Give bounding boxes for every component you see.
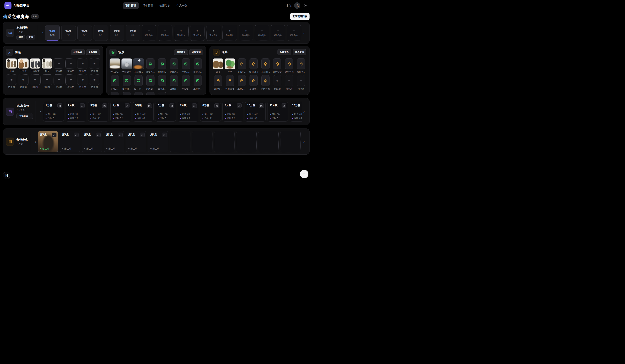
manage-scene-button[interactable]: 场景管理 <box>189 49 203 55</box>
prop-card[interactable] <box>285 58 293 69</box>
scene-card[interactable] <box>146 92 155 95</box>
episode-card[interactable]: 第1集 2/33 <box>45 25 60 41</box>
edit-button[interactable] <box>102 103 107 108</box>
add-prop-slot[interactable]: + <box>273 75 281 86</box>
add-episode-slot[interactable]: + 添加剧集 <box>206 25 221 41</box>
empty-composition-slot[interactable] <box>170 131 190 152</box>
prop-card[interactable] <box>224 58 235 69</box>
add-character-slot[interactable]: + <box>30 74 41 85</box>
chevron-right-icon[interactable]: › <box>302 30 306 35</box>
composition-card[interactable]: 第6集 未生成 <box>148 131 168 152</box>
character-card[interactable] <box>18 58 29 69</box>
chevron-right-icon[interactable]: › <box>302 139 306 144</box>
prop-card[interactable] <box>238 58 246 69</box>
add-character-slot[interactable]: + <box>77 58 88 69</box>
create-scene-button[interactable]: 创建场景 <box>174 49 188 55</box>
prop-card[interactable] <box>226 75 234 86</box>
edit-button[interactable] <box>259 103 264 108</box>
edit-button[interactable] <box>162 133 167 137</box>
edit-button[interactable] <box>52 133 57 137</box>
composition-card[interactable]: 第1集 已生成 <box>38 131 58 152</box>
composition-card[interactable]: 第4集 未生成 <box>104 131 124 152</box>
episode-card[interactable]: 第5集 0/0 <box>110 25 124 41</box>
scene-card[interactable] <box>109 58 120 69</box>
logout-button[interactable] <box>303 3 308 8</box>
edit-button[interactable] <box>80 103 85 108</box>
nav-item[interactable]: 个人中心 <box>174 2 190 9</box>
nav-item[interactable]: 使用记录 <box>157 2 173 9</box>
composition-card[interactable]: 第3集 未生成 <box>82 131 102 152</box>
add-episode-slot[interactable]: + 添加剧集 <box>174 25 188 41</box>
prop-card[interactable] <box>250 58 258 69</box>
edit-button[interactable] <box>125 103 129 108</box>
manage-episode-button[interactable]: 管理 <box>27 35 35 40</box>
manage-character-button[interactable]: 角色管理 <box>86 49 100 55</box>
add-character-slot[interactable]: + <box>42 74 52 85</box>
add-character-slot[interactable]: + <box>54 74 64 85</box>
create-episode-button[interactable]: 创建 <box>16 35 25 40</box>
edit-button[interactable] <box>58 103 62 108</box>
scene-card[interactable] <box>123 75 131 86</box>
edit-button[interactable] <box>147 103 152 108</box>
add-character-slot[interactable]: + <box>89 74 100 85</box>
edit-button[interactable] <box>118 133 123 137</box>
scene-card[interactable] <box>158 58 166 69</box>
shot-card[interactable]: 2分镜 图片: 1张 视频: 1个 <box>65 102 86 122</box>
add-episode-slot[interactable]: + 添加剧集 <box>190 25 205 41</box>
scene-card[interactable] <box>111 75 119 86</box>
add-character-slot[interactable]: + <box>77 74 88 85</box>
chevron-left-icon[interactable]: ‹ <box>40 30 45 35</box>
add-episode-slot[interactable]: + 添加剧集 <box>271 25 285 41</box>
edit-button[interactable] <box>237 103 242 108</box>
prop-card[interactable] <box>213 58 223 69</box>
add-prop-slot[interactable]: + <box>297 75 305 86</box>
scene-card[interactable] <box>193 58 202 69</box>
chevron-left-icon[interactable]: ‹ <box>38 109 43 114</box>
edit-button[interactable] <box>96 133 101 137</box>
add-prop-slot[interactable]: + <box>285 75 293 86</box>
add-character-slot[interactable]: + <box>89 58 100 69</box>
edit-button[interactable] <box>74 133 79 137</box>
add-episode-slot[interactable]: + 添加剧集 <box>255 25 269 41</box>
add-episode-slot[interactable]: + 添加剧集 <box>239 25 253 41</box>
scene-card[interactable] <box>134 92 143 95</box>
edit-button[interactable] <box>169 103 174 108</box>
empty-composition-slot[interactable] <box>258 131 279 152</box>
add-character-slot[interactable]: + <box>6 74 17 85</box>
storyboard-list-button[interactable]: 分镜列表 › <box>16 113 33 119</box>
ai-list-fab-button[interactable] <box>300 170 309 178</box>
character-card[interactable] <box>6 58 17 69</box>
shot-card[interactable]: 4分镜 图片: 0张 视频: 0个 <box>110 102 131 122</box>
add-episode-slot[interactable]: + 添加剧集 <box>158 25 172 41</box>
add-episode-slot[interactable]: + 添加剧集 <box>142 25 156 41</box>
shot-card[interactable]: 9分镜 图片: 0张 视频: 0个 <box>222 102 243 122</box>
add-scene-slot[interactable]: + <box>158 92 166 95</box>
prop-card[interactable] <box>261 75 270 86</box>
add-episode-slot[interactable]: + 添加剧集 <box>222 25 237 41</box>
add-character-slot[interactable]: + <box>18 74 29 85</box>
edit-button[interactable] <box>140 133 145 137</box>
shot-card[interactable]: 7分镜 图片: 0张 视频: 0个 <box>178 102 198 122</box>
shot-card[interactable]: 11分镜 图片: 0张 视频: 0个 <box>267 102 288 122</box>
edit-button[interactable] <box>192 103 197 108</box>
storyboard-scroller[interactable]: 1分镜 图片: 1张 视频: 2个 2分镜 <box>43 102 302 122</box>
scene-card[interactable] <box>170 75 178 86</box>
nav-item[interactable]: 订单管理 <box>140 2 156 9</box>
composition-scroller[interactable]: 第1集 已生成 第2集 <box>38 131 302 152</box>
scene-card[interactable] <box>170 58 178 69</box>
shot-card[interactable]: 6分镜 图片: 0张 视频: 0个 <box>155 102 176 122</box>
add-character-slot[interactable]: + <box>65 58 76 69</box>
prop-card[interactable] <box>250 75 258 86</box>
episode-card[interactable]: 第4集 0/0 <box>94 25 108 41</box>
add-character-slot[interactable]: + <box>54 58 64 69</box>
create-character-button[interactable]: 创建角色 <box>71 49 85 55</box>
character-card[interactable] <box>30 58 41 69</box>
scene-card[interactable] <box>134 75 143 86</box>
empty-composition-slot[interactable] <box>214 131 235 152</box>
shot-card[interactable]: 5分镜 图片: 0张 视频: 0个 <box>133 102 154 122</box>
scene-card[interactable] <box>111 92 119 95</box>
edit-button[interactable] <box>214 103 219 108</box>
chevron-left-icon[interactable]: ‹ <box>33 139 38 144</box>
chevron-right-icon[interactable]: › <box>302 109 306 114</box>
add-episode-slot[interactable]: + 添加剧集 <box>287 25 301 41</box>
